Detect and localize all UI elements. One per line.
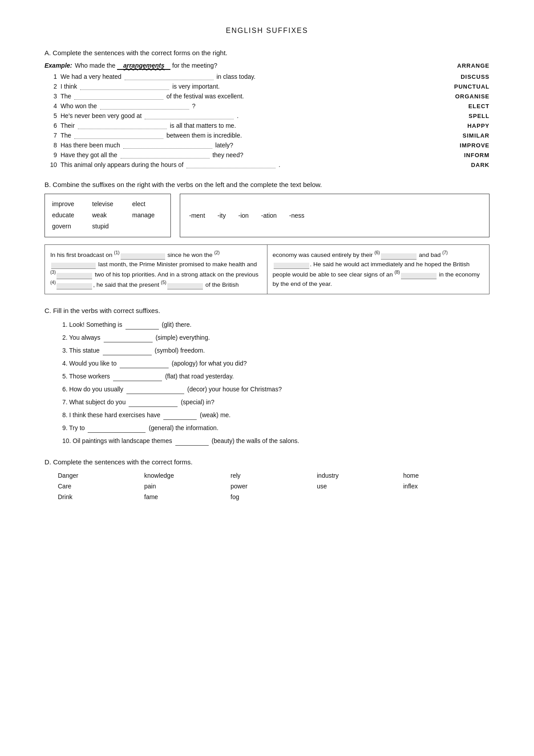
dotted-blank [80, 82, 169, 90]
answer-blank [104, 333, 153, 342]
sentence-number: 3 [44, 93, 57, 100]
sentence-keyword: PUNCTUAL [432, 83, 490, 90]
verb-item [132, 221, 163, 232]
dotted-blank [145, 112, 234, 119]
word-item: pain [144, 482, 231, 491]
list-item: 4. Would you like to (apology) for what … [62, 358, 490, 368]
section-b-top: improveteleviseelecteducateweakmanagegov… [44, 194, 490, 237]
word-item: knowledge [144, 471, 231, 480]
verb-item: elect [132, 199, 163, 210]
section-c: C. Fill in the verbs with correct suffix… [44, 307, 490, 446]
word-item [403, 492, 490, 501]
answer-blank [103, 345, 152, 355]
sentence-text: The between them is incredible. [57, 131, 432, 139]
word-item [317, 492, 403, 501]
suffix-item: -ion [238, 212, 248, 219]
word-item: Danger [58, 471, 144, 480]
list-item: 9. Try to (general) the information. [62, 423, 490, 433]
suffix-item: -ness [289, 212, 304, 219]
answer-blank [126, 384, 184, 394]
suffix-box: -ment-ity-ion-ation-ness [180, 194, 490, 237]
sentence-number: 7 [44, 132, 57, 139]
example-keyword: ARRANGE [432, 62, 490, 69]
passage-left: In his first broadcast on (1) since he w… [45, 245, 267, 294]
answer-blank [163, 410, 197, 420]
section-a-sentences: 1 We had a very heated in class today. D… [44, 73, 490, 168]
sentence-keyword: IMPROVE [432, 142, 490, 149]
section-d-header: D. Complete the sentences with the corre… [44, 458, 490, 466]
verb-item: improve [52, 199, 83, 210]
sentence-number: 1 [44, 73, 57, 80]
sentence-number: 9 [44, 151, 57, 159]
sentence-row: 7 The between them is incredible. SIMILA… [44, 131, 490, 139]
sentence-row: 8 Has there been much lately? IMPROVE [44, 141, 490, 149]
answer-blank [175, 436, 209, 446]
sentence-row: 3 The of the festival was excellent. ORG… [44, 92, 490, 100]
list-item: 8. I think these hard exercises have (we… [62, 410, 490, 420]
dotted-blank [100, 102, 189, 110]
verb-box: improveteleviseelecteducateweakmanagegov… [44, 194, 171, 237]
sentence-keyword: HAPPY [432, 122, 490, 129]
sentence-number: 2 [44, 83, 57, 90]
sentence-keyword: SIMILAR [432, 132, 490, 139]
dotted-blank [74, 131, 163, 139]
verb-item: educate [52, 210, 83, 221]
word-item: inflex [403, 482, 490, 491]
sentence-row: 4 Who won the ? ELECT [44, 102, 490, 110]
dotted-blank [123, 141, 212, 149]
word-item: Care [58, 482, 144, 491]
word-item: rely [231, 471, 317, 480]
word-item: power [231, 482, 317, 491]
verb-item: manage [132, 210, 163, 221]
word-item: fame [144, 492, 231, 501]
word-item: home [403, 471, 490, 480]
word-item: Drink [58, 492, 144, 501]
text-passage: In his first broadcast on (1) since he w… [44, 244, 490, 295]
sentence-row: 9 Have they got all the they need? INFOR… [44, 151, 490, 159]
sentence-text: The of the festival was excellent. [57, 92, 432, 100]
word-item: industry [317, 471, 403, 480]
sentence-number: 8 [44, 142, 57, 149]
sentence-text: This animal only appears during the hour… [57, 161, 432, 168]
sentence-text: Has there been much lately? [57, 141, 432, 149]
dotted-blank [121, 151, 210, 159]
sentence-row: 2 I think is very important. PUNCTUAL [44, 82, 490, 90]
passage-right: economy was caused entirely by their (6)… [267, 245, 490, 294]
verb-item: televise [92, 199, 123, 210]
list-item: 2. You always (simple) everything. [62, 333, 490, 342]
answer-blank [88, 423, 146, 433]
example-row: Example: Who made the arrangements for t… [44, 62, 490, 70]
dotted-blank [186, 161, 275, 168]
verb-item: weak [92, 210, 123, 221]
sentence-number: 4 [44, 102, 57, 110]
section-c-header: C. Fill in the verbs with correct suffix… [44, 307, 490, 314]
list-item: 10. Oil paintings with landscape themes … [62, 436, 490, 446]
section-a-header: A. Complete the sentences with the corre… [44, 49, 490, 57]
sentence-number: 5 [44, 112, 57, 119]
example-label: Example: [44, 62, 72, 69]
sentence-keyword: ELECT [432, 103, 490, 110]
section-b-header: B. Combine the suffixes on the right wit… [44, 181, 490, 188]
verb-item: govern [52, 221, 83, 232]
section-b: B. Combine the suffixes on the right wit… [44, 181, 490, 294]
list-item: 5. Those workers (flat) that road yester… [62, 371, 490, 381]
word-item: use [317, 482, 403, 491]
sentence-keyword: DARK [432, 162, 490, 168]
word-item: fog [231, 492, 317, 501]
sentence-row: 5 He's never been very good at . SPELL [44, 112, 490, 119]
list-item: 6. How do you usually (decor) your house… [62, 384, 490, 394]
list-item: 3. This statue (symbol) freedom. [62, 345, 490, 355]
page-title: ENGLISH SUFFIXES [44, 27, 490, 35]
list-item: 7. What subject do you (special) in? [62, 397, 490, 407]
answer-blank [129, 397, 178, 407]
sentence-text: Who won the ? [57, 102, 432, 110]
sentence-text: Have they got all the they need? [57, 151, 432, 159]
sentence-keyword: SPELL [432, 113, 490, 119]
sentence-row: 6 Their is all that matters to me. HAPPY [44, 122, 490, 129]
dotted-blank [78, 122, 167, 129]
answer-blank [125, 320, 159, 329]
sentence-keyword: DISCUSS [432, 73, 490, 80]
answer-blank [120, 358, 169, 368]
section-c-list: 1. Look! Something is (glit) there.2. Yo… [44, 320, 490, 446]
section-d-words: DangerknowledgerelyindustryhomeCarepainp… [44, 471, 490, 501]
